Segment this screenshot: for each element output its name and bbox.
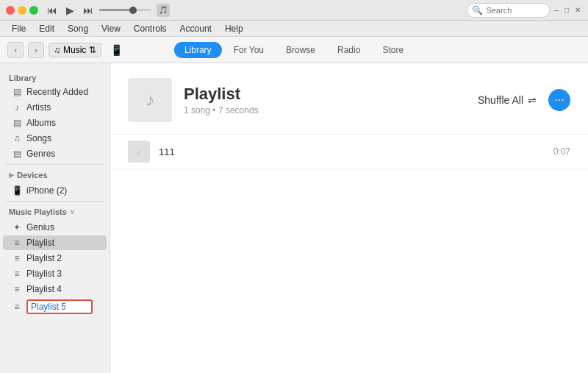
play-button[interactable]: ▶ [63, 3, 77, 18]
music-note-icon: ♫ [54, 45, 60, 55]
sidebar-device-iphone[interactable]: 📱iPhone (2) [3, 183, 107, 198]
sidebar-item-artists[interactable]: ♪Artists [3, 100, 107, 115]
window-resize-buttons: 🔍 – □ ✕ [461, 3, 582, 18]
sidebar-playlist-playlist-3[interactable]: ≡Playlist 3 [3, 266, 107, 281]
playlist-name: Playlist [184, 85, 473, 104]
sidebar-playlist-editing[interactable]: ≡ [3, 297, 107, 316]
restore-btn[interactable]: □ [563, 6, 570, 14]
sidebar-playlist-genius[interactable]: ✦Genius [3, 220, 107, 235]
library-icon: ▤ [12, 149, 22, 159]
shuffle-all-button[interactable]: Shuffle All ⇌ [473, 91, 541, 109]
search-input[interactable] [486, 6, 545, 15]
tab-for-you[interactable]: For You [223, 42, 274, 58]
sidebar-item-genres[interactable]: ▤Genres [3, 146, 107, 161]
sidebar-playlist-playlist-2[interactable]: ≡Playlist 2 [3, 251, 107, 266]
forward-button[interactable]: › [28, 42, 44, 58]
sidebar-devices-header[interactable]: ▶Devices [0, 168, 110, 182]
menu-item-song[interactable]: Song [62, 22, 94, 35]
music-selector[interactable]: ♫ Music ⇅ [49, 43, 101, 57]
library-icon: ▤ [12, 87, 22, 97]
window-controls [6, 6, 38, 15]
shuffle-label: Shuffle All [478, 94, 523, 106]
tab-store[interactable]: Store [372, 42, 414, 58]
song-title: 111 [159, 146, 553, 157]
menu-item-account[interactable]: Account [174, 22, 218, 35]
playback-controls: ⏮ ▶ ⏭ [44, 3, 96, 18]
sidebar-divider-1 [6, 164, 104, 165]
chevron-icon: ▶ [9, 171, 14, 179]
sidebar-playlists-header[interactable]: Music Playlists ∨ [0, 205, 110, 219]
playlist-actions: Shuffle All ⇌ ··· [473, 89, 570, 111]
sidebar-item-albums[interactable]: ▤Albums [3, 116, 107, 130]
tab-library[interactable]: Library [174, 42, 222, 58]
nav-bar: ‹ › ♫ Music ⇅ 📱 LibraryFor YouBrowseRadi… [0, 37, 588, 63]
sidebar-divider-2 [6, 201, 104, 202]
playlist-icon: ✦ [12, 222, 22, 232]
content-area: ♪ Playlist 1 song • 7 seconds Shuffle Al… [110, 63, 588, 373]
playlist-name-input[interactable] [26, 299, 93, 314]
device-icon[interactable]: 📱 [110, 44, 123, 56]
sidebar-library-header: Library [0, 69, 110, 84]
more-icon: ··· [554, 93, 564, 107]
menu-item-edit[interactable]: Edit [33, 22, 60, 35]
playlist-meta: 1 song • 7 seconds [184, 105, 473, 116]
more-options-button[interactable]: ··· [548, 89, 570, 111]
music-label: Music [63, 45, 86, 55]
volume-bar [99, 9, 151, 11]
maximize-window-button[interactable] [29, 6, 38, 15]
back-button[interactable]: ‹ [7, 42, 24, 58]
device-icon: 📱 [12, 185, 22, 196]
chevron-down-icon: ∨ [70, 208, 75, 216]
title-bar: ⏮ ▶ ⏭ 🎵 🔍 – □ ✕ [0, 0, 588, 21]
rewind-button[interactable]: ⏮ [44, 3, 60, 18]
sidebar-item-recently-added[interactable]: ▤Recently Added [3, 85, 107, 99]
main-layout: Library▤Recently Added♪Artists▤Albums♫So… [0, 63, 588, 373]
search-icon: 🔍 [472, 5, 483, 15]
song-artwork: ♪ [128, 141, 150, 163]
playlist-info: Playlist 1 song • 7 seconds [184, 85, 473, 116]
menu-item-help[interactable]: Help [219, 22, 249, 35]
playlist-icon: ≡ [12, 253, 22, 263]
tab-browse[interactable]: Browse [276, 42, 326, 58]
playlist-icon: ≡ [12, 302, 22, 312]
volume-fill [99, 9, 130, 11]
song-duration: 0:07 [553, 146, 570, 157]
playlist-header: ♪ Playlist 1 song • 7 seconds Shuffle Al… [110, 63, 588, 135]
tab-radio[interactable]: Radio [327, 42, 370, 58]
sidebar-playlist-playlist[interactable]: ≡Playlist [3, 235, 107, 250]
sidebar-item-songs[interactable]: ♫Songs [3, 131, 107, 146]
menu-item-controls[interactable]: Controls [128, 22, 173, 35]
chevron-up-down-icon: ⇅ [89, 45, 96, 55]
music-note-icon: ♪ [146, 90, 154, 110]
devices-label: Devices [17, 171, 48, 180]
sidebar-playlist-playlist-4[interactable]: ≡Playlist 4 [3, 282, 107, 296]
itunes-icon: 🎵 [157, 4, 170, 17]
playlist-icon: ≡ [12, 284, 22, 294]
menu-bar: FileEditSongViewControlsAccountHelp [0, 21, 588, 37]
minimize-window-button[interactable] [18, 6, 26, 15]
close-btn[interactable]: ✕ [573, 6, 582, 14]
shuffle-icon: ⇌ [528, 94, 537, 106]
music-note-icon: ♪ [137, 146, 141, 157]
close-window-button[interactable] [6, 6, 15, 15]
tab-bar: LibraryFor YouBrowseRadioStore [174, 42, 414, 58]
library-icon: ♪ [12, 102, 22, 113]
playlist-icon: ≡ [12, 238, 22, 248]
fastforward-button[interactable]: ⏭ [80, 3, 96, 18]
sidebar: Library▤Recently Added♪Artists▤Albums♫So… [0, 63, 110, 373]
song-list: ♪ 111 0:07 [110, 135, 588, 169]
menu-item-view[interactable]: View [96, 22, 126, 35]
playlists-label: Music Playlists [9, 207, 67, 216]
volume-handle [129, 7, 137, 14]
search-box[interactable]: 🔍 [467, 3, 550, 18]
library-icon: ♫ [12, 133, 22, 143]
library-icon: ▤ [12, 118, 22, 128]
playlist-icon: ≡ [12, 269, 22, 279]
menu-item-file[interactable]: File [6, 22, 32, 35]
table-row[interactable]: ♪ 111 0:07 [110, 135, 588, 169]
volume-slider[interactable] [99, 9, 151, 11]
playlist-artwork: ♪ [128, 78, 172, 122]
minimize-btn[interactable]: – [553, 6, 560, 14]
